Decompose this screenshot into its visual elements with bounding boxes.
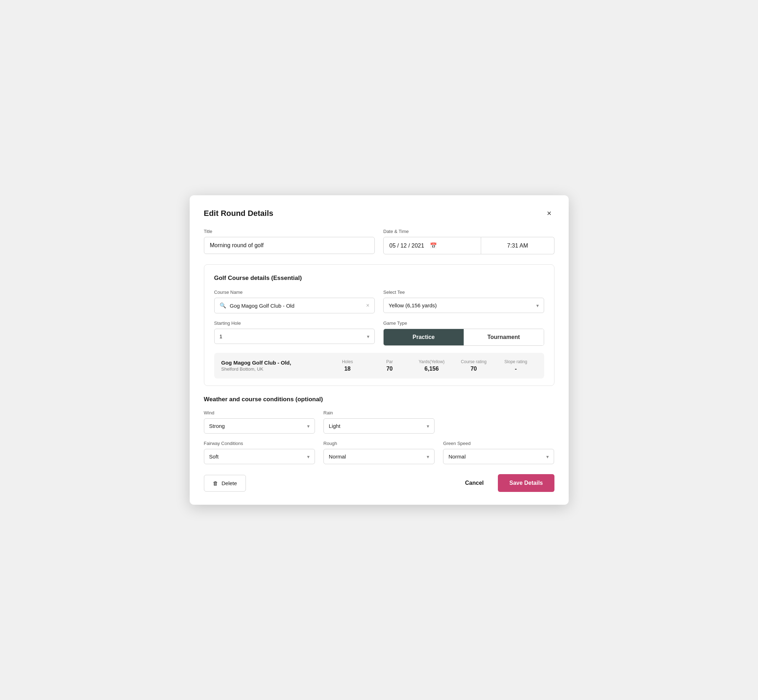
golf-section-title: Golf Course details (Essential) [214, 275, 544, 282]
rain-label: Rain [324, 410, 434, 416]
title-input[interactable] [204, 237, 375, 254]
chevron-down-icon-7: ▾ [546, 454, 549, 459]
practice-button[interactable]: Practice [384, 329, 464, 345]
yards-label: Yards(Yellow) [411, 359, 453, 364]
tournament-button[interactable]: Tournament [464, 329, 544, 345]
starting-hole-group: Starting Hole 1 ▾ [214, 320, 375, 346]
chevron-down-icon-3: ▾ [307, 423, 310, 429]
fairway-value: Soft [209, 453, 307, 459]
course-location: Shelford Bottom, UK [221, 366, 327, 372]
course-info-name: Gog Magog Golf Club - Old, Shelford Bott… [221, 359, 327, 372]
wind-rain-row: Wind Strong ▾ Rain Light ▾ [204, 410, 554, 434]
time-value: 7:31 AM [507, 242, 528, 249]
golf-course-section: Golf Course details (Essential) Course N… [204, 264, 554, 386]
search-icon: 🔍 [219, 302, 226, 309]
modal-header: Edit Round Details × [204, 208, 554, 219]
save-button[interactable]: Save Details [498, 474, 554, 492]
course-stat-rating: Course rating 70 [453, 359, 495, 372]
weather-section: Weather and course conditions (optional)… [204, 396, 554, 464]
date-value: 05 / 12 / 2021 [389, 242, 424, 249]
cancel-button[interactable]: Cancel [459, 475, 489, 491]
hole-gametype-row: Starting Hole 1 ▾ Game Type Practice Tou… [214, 320, 544, 346]
rain-dropdown[interactable]: Light ▾ [324, 418, 434, 434]
green-speed-value: Normal [448, 453, 546, 459]
rough-dropdown[interactable]: Normal ▾ [324, 449, 434, 464]
date-input[interactable]: 05 / 12 / 2021 📅 [383, 237, 481, 254]
green-speed-label: Green Speed [443, 441, 554, 446]
footer-row: 🗑 Delete Cancel Save Details [204, 474, 554, 492]
rough-group: Rough Normal ▾ [324, 441, 434, 464]
trash-icon: 🗑 [213, 480, 218, 486]
fairway-group: Fairway Conditions Soft ▾ [204, 441, 315, 464]
course-name-search[interactable]: 🔍 Gog Magog Golf Club - Old × [214, 298, 375, 313]
rough-value: Normal [329, 453, 427, 459]
game-type-toggle: Practice Tournament [383, 329, 544, 346]
course-name-label: Course Name [214, 289, 375, 295]
wind-value: Strong [209, 423, 307, 429]
select-tee-label: Select Tee [383, 289, 544, 295]
chevron-down-icon-6: ▾ [427, 454, 429, 459]
starting-hole-value: 1 [219, 333, 367, 339]
course-rating-value: 70 [453, 366, 495, 372]
green-speed-group: Green Speed Normal ▾ [443, 441, 554, 464]
par-label: Par [368, 359, 410, 364]
rain-value: Light [329, 423, 427, 429]
title-field-group: Title [204, 229, 375, 254]
game-type-label: Game Type [383, 320, 544, 326]
course-tee-row: Course Name 🔍 Gog Magog Golf Club - Old … [214, 289, 544, 313]
course-stat-slope: Slope rating - [495, 359, 537, 372]
course-rating-label: Course rating [453, 359, 495, 364]
datetime-field-group: Date & Time 05 / 12 / 2021 📅 7:31 AM [383, 229, 554, 254]
holes-value: 18 [326, 366, 368, 372]
holes-label: Holes [326, 359, 368, 364]
fairway-dropdown[interactable]: Soft ▾ [204, 449, 315, 464]
datetime-row: 05 / 12 / 2021 📅 7:31 AM [383, 237, 554, 254]
wind-group: Wind Strong ▾ [204, 410, 315, 434]
select-tee-dropdown[interactable]: Yellow (6,156 yards) ▾ [383, 298, 544, 313]
title-label: Title [204, 229, 375, 234]
rough-label: Rough [324, 441, 434, 446]
weather-title: Weather and course conditions (optional) [204, 396, 554, 403]
wind-label: Wind [204, 410, 315, 416]
delete-label: Delete [222, 480, 237, 486]
course-name-group: Course Name 🔍 Gog Magog Golf Club - Old … [214, 289, 375, 313]
slope-rating-label: Slope rating [495, 359, 537, 364]
datetime-label: Date & Time [383, 229, 554, 234]
calendar-icon: 📅 [430, 242, 437, 249]
delete-button[interactable]: 🗑 Delete [204, 475, 246, 492]
slope-rating-value: - [495, 366, 537, 372]
par-value: 70 [368, 366, 410, 372]
chevron-down-icon-4: ▾ [427, 423, 429, 429]
close-button[interactable]: × [544, 208, 554, 219]
chevron-down-icon: ▾ [536, 303, 539, 308]
course-stat-holes: Holes 18 [326, 359, 368, 372]
select-tee-group: Select Tee Yellow (6,156 yards) ▾ [383, 289, 544, 313]
time-input[interactable]: 7:31 AM [481, 237, 554, 254]
yards-value: 6,156 [411, 366, 453, 372]
modal-title: Edit Round Details [204, 209, 274, 218]
course-name-clear-button[interactable]: × [366, 302, 370, 309]
game-type-group: Game Type Practice Tournament [383, 320, 544, 346]
fairway-rough-green-row: Fairway Conditions Soft ▾ Rough Normal ▾… [204, 441, 554, 464]
select-tee-value: Yellow (6,156 yards) [388, 302, 536, 308]
green-speed-dropdown[interactable]: Normal ▾ [443, 449, 554, 464]
rain-group: Rain Light ▾ [324, 410, 434, 434]
course-stat-par: Par 70 [368, 359, 410, 372]
footer-right: Cancel Save Details [459, 474, 554, 492]
starting-hole-dropdown[interactable]: 1 ▾ [214, 329, 375, 344]
fairway-label: Fairway Conditions [204, 441, 315, 446]
edit-round-modal: Edit Round Details × Title Date & Time 0… [190, 195, 568, 505]
chevron-down-icon-5: ▾ [307, 454, 310, 459]
chevron-down-icon-2: ▾ [367, 334, 370, 339]
starting-hole-label: Starting Hole [214, 320, 375, 326]
top-fields-row: Title Date & Time 05 / 12 / 2021 📅 7:31 … [204, 229, 554, 254]
wind-dropdown[interactable]: Strong ▾ [204, 418, 315, 434]
course-name-value: Gog Magog Golf Club - Old [230, 303, 363, 309]
course-info-row: Gog Magog Golf Club - Old, Shelford Bott… [214, 353, 544, 378]
course-name-main: Gog Magog Golf Club - Old, [221, 359, 327, 366]
course-stat-yards: Yards(Yellow) 6,156 [411, 359, 453, 372]
